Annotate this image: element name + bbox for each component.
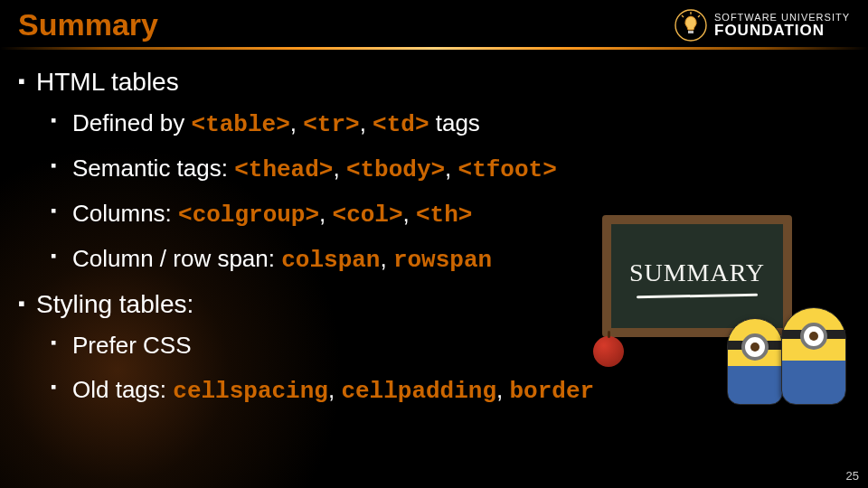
bullet-label: Styling tables: [36, 290, 193, 318]
page-title: Summary [18, 7, 158, 42]
brand-logo: SOFTWARE UNIVERSITY FOUNDATION [675, 9, 850, 42]
code-tag: border [509, 378, 594, 405]
code-tag: cellpadding [341, 378, 496, 405]
chalkboard-text: SUMMARY [629, 258, 765, 287]
apple-icon [593, 336, 624, 367]
lightbulb-icon [675, 9, 707, 42]
code-tag: <colgroup> [178, 202, 319, 229]
code-tag: <th> [416, 202, 472, 229]
code-tag: <tfoot> [458, 156, 557, 183]
code-tag: <td> [373, 111, 429, 138]
bullet-label: HTML tables [36, 68, 179, 96]
code-tag: <col> [333, 202, 403, 229]
code-tag: cellspacing [173, 378, 328, 405]
slide-header: Summary SOFTWARE UNIVERSITY FOUNDATION [0, 0, 868, 46]
logo-line2: FOUNDATION [714, 23, 850, 38]
code-tag: <tr> [303, 111, 359, 138]
minion-icon [727, 318, 783, 405]
code-tag: <tbody> [346, 156, 445, 183]
chalk-underline [637, 294, 758, 298]
svg-line-2 [682, 15, 684, 17]
illustration: SUMMARY [584, 215, 846, 405]
subbullet-defined-by: Defined by <table>, <tr>, <td> tags [51, 109, 852, 138]
svg-rect-4 [688, 31, 693, 33]
code-tag: colspan [281, 247, 380, 274]
page-number: 25 [846, 469, 859, 483]
code-tag: rowspan [393, 247, 492, 274]
svg-line-3 [698, 15, 700, 17]
minion-icon [781, 307, 846, 405]
code-tag: <thead> [234, 156, 333, 183]
code-tag: <table> [192, 111, 290, 138]
subbullet-semantic-tags: Semantic tags: <thead>, <tbody>, <tfoot> [51, 155, 852, 183]
